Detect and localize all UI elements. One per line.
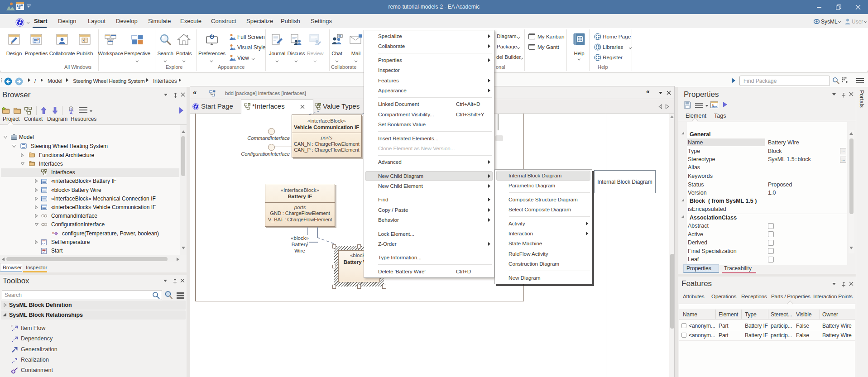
svg-text:IF: IF	[11, 325, 14, 327]
